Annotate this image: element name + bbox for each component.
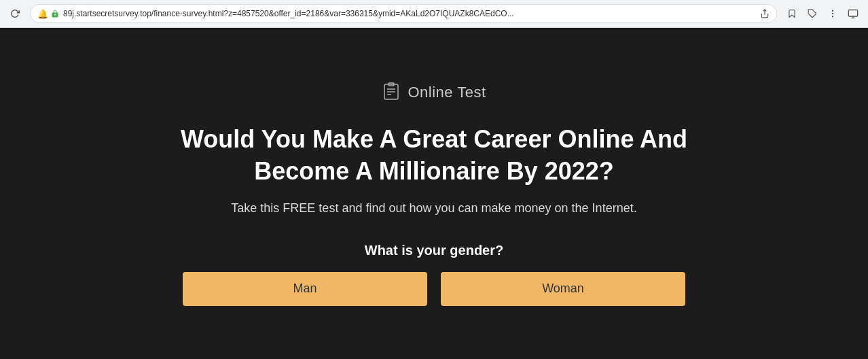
svg-point-2 <box>832 10 833 11</box>
browser-right-icons <box>782 4 863 23</box>
svg-point-3 <box>832 13 833 14</box>
extensions-icon[interactable] <box>803 4 822 23</box>
security-lock-icon <box>51 10 59 18</box>
site-title: Online Test <box>408 84 486 101</box>
menu-icon[interactable] <box>823 4 842 23</box>
refresh-icon[interactable] <box>5 4 24 23</box>
main-heading: Would You Make A Great Career Online And… <box>162 124 706 188</box>
sub-heading: Take this FREE test and find out how you… <box>231 201 636 216</box>
question-label: What is your gender? <box>365 243 503 258</box>
page-content: Online Test Would You Make A Great Caree… <box>0 28 868 359</box>
svg-point-4 <box>832 16 833 17</box>
site-logo-icon <box>382 82 401 103</box>
url-text: 89j.startsecretsurvey.top/finance-survey… <box>63 9 756 18</box>
cast-icon[interactable] <box>844 4 863 23</box>
address-bar[interactable]: 🔔 89j.startsecretsurvey.top/finance-surv… <box>30 4 777 23</box>
browser-toolbar: 🔔 89j.startsecretsurvey.top/finance-surv… <box>0 0 868 27</box>
bookmark-icon[interactable] <box>782 4 801 23</box>
address-bar-right-icons <box>760 9 770 18</box>
gender-buttons: Man Woman <box>183 272 685 306</box>
woman-button[interactable]: Woman <box>441 272 685 306</box>
man-button[interactable]: Man <box>183 272 427 306</box>
share-icon[interactable] <box>760 9 770 18</box>
notification-icon: 🔔 <box>37 9 48 19</box>
site-header: Online Test <box>382 82 486 103</box>
svg-rect-5 <box>848 10 857 16</box>
browser-chrome: 🔔 89j.startsecretsurvey.top/finance-surv… <box>0 0 868 28</box>
address-bar-icons: 🔔 <box>37 9 59 19</box>
browser-nav-icons <box>5 4 24 23</box>
